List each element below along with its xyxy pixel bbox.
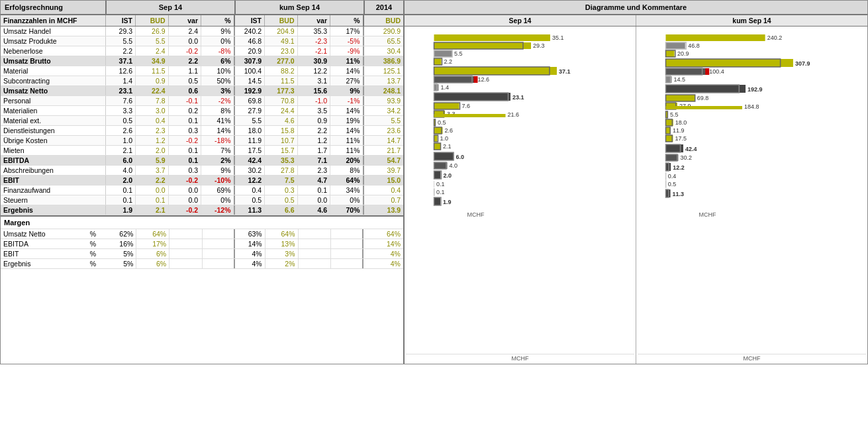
- cell-pct2: 19%: [330, 116, 362, 125]
- svg-rect-5: [434, 50, 453, 57]
- cell-bud2014: 13.9: [364, 205, 403, 215]
- svg-text:192.9: 192.9: [747, 86, 763, 93]
- cell-ist2: 12.2: [235, 176, 265, 185]
- cell-label: Material: [1, 66, 106, 76]
- svg-rect-83: [666, 95, 695, 101]
- cell-label: Ergebnis: [1, 205, 106, 215]
- margen-label: EBIT: [1, 249, 80, 258]
- margen-empty2: [203, 229, 235, 238]
- cell-var: 0.1: [169, 146, 201, 155]
- cell-label: Abschreibungen: [1, 166, 106, 175]
- cell-label: Umsatz Brutto: [1, 56, 106, 66]
- svg-rect-73: [666, 68, 708, 75]
- cell-bud2014: 0.7: [364, 195, 403, 205]
- cell-pct2: 14%: [330, 106, 362, 115]
- svg-rect-14: [434, 76, 476, 83]
- cell-bud2: 23.0: [265, 46, 297, 56]
- svg-text:0.1: 0.1: [436, 189, 445, 195]
- chart-kumsep14-header: kum Sep 14: [636, 15, 867, 26]
- cell-bud2: 4.6: [265, 116, 297, 125]
- svg-rect-50: [434, 171, 441, 179]
- svg-rect-18: [434, 84, 439, 91]
- svg-text:17.5: 17.5: [675, 135, 687, 142]
- cell-ist2: 240.2: [235, 26, 265, 36]
- cell-bud2014: 93.9: [364, 96, 403, 105]
- cell-var2: 1.2: [298, 136, 330, 145]
- svg-text:1.4: 1.4: [441, 84, 450, 91]
- table-row: Subcontracting 1.4 0.9 0.5 50% 14.5 11.5…: [1, 76, 403, 86]
- margen-empty1: [169, 249, 203, 258]
- svg-text:11.3: 11.3: [673, 191, 685, 197]
- cell-bud2014: 125.1: [364, 66, 403, 76]
- svg-rect-56: [434, 189, 435, 195]
- svg-rect-53: [434, 181, 435, 187]
- margen-bud2: 64%: [265, 229, 299, 238]
- svg-text:18.0: 18.0: [675, 119, 687, 126]
- table-row: Übrige Kosten 1.0 1.2 -0.2 -18% 11.9 10.…: [1, 136, 403, 146]
- margen-bud: 6%: [136, 259, 169, 268]
- cell-pct2: -5%: [330, 36, 362, 46]
- cell-bud: 3.0: [136, 106, 168, 115]
- table-row: Materialien 3.3 3.0 0.2 8% 27.9 24.4 3.5…: [1, 106, 403, 116]
- svg-text:0.5: 0.5: [438, 119, 446, 126]
- cell-bud2: 27.8: [265, 166, 297, 175]
- svg-text:6.0: 6.0: [456, 154, 465, 160]
- cell-bud: 1.2: [136, 136, 168, 145]
- cell-bud: 0.4: [136, 116, 168, 125]
- svg-text:37.1: 37.1: [559, 68, 571, 75]
- subheader-ist2: IST: [235, 15, 265, 26]
- cell-pct2: 11%: [330, 56, 362, 66]
- svg-text:12.6: 12.6: [478, 76, 490, 83]
- svg-text:5.5: 5.5: [454, 50, 463, 57]
- cell-ist2: 5.5: [235, 116, 265, 125]
- svg-text:20.9: 20.9: [677, 50, 689, 57]
- cell-var2: 0.0: [298, 195, 330, 205]
- svg-text:0.5: 0.5: [668, 181, 677, 187]
- svg-text:2.1: 2.1: [443, 143, 452, 150]
- svg-text:11.9: 11.9: [673, 127, 685, 134]
- table-row: Material 12.6 11.5 1.1 10% 100.4 88.2 12…: [1, 66, 403, 76]
- chart-sep14-footer: MCHF: [406, 354, 634, 362]
- svg-text:0.4: 0.4: [668, 173, 677, 180]
- cell-bud: 34.9: [136, 56, 168, 66]
- svg-rect-44: [434, 152, 454, 160]
- svg-rect-64: [666, 42, 685, 49]
- table-row: EBITDA 6.0 5.9 0.1 2% 42.4 35.3 7.1 20% …: [1, 156, 403, 166]
- margen-empty2: [203, 249, 235, 258]
- cell-label: Personal: [1, 96, 106, 105]
- cell-ist: 2.1: [106, 146, 136, 155]
- cell-var2: 15.6: [298, 86, 330, 95]
- cell-label: Umsatz Netto: [1, 86, 106, 95]
- svg-text:2.0: 2.0: [444, 172, 452, 179]
- svg-rect-62: [666, 34, 765, 41]
- margen-empty1: [169, 259, 203, 268]
- cell-label: EBITDA: [1, 156, 106, 165]
- subheader-pct2: %: [330, 15, 362, 26]
- cell-bud: 26.9: [136, 26, 168, 36]
- svg-rect-8: [434, 58, 442, 65]
- margen-row: EBIT % 5% 6% 4% 3% 4%: [1, 249, 403, 259]
- svg-text:4.0: 4.0: [450, 162, 458, 169]
- svg-text:7.6: 7.6: [462, 103, 471, 109]
- cell-bud: 2.0: [136, 146, 168, 155]
- cell-var: 0.1: [169, 156, 201, 165]
- cell-pct: -10%: [201, 176, 233, 185]
- margen-label: Umsatz Netto: [1, 229, 80, 238]
- margen-bud2: 2%: [265, 259, 299, 268]
- cell-bud: 7.8: [136, 96, 168, 105]
- cell-bud2014: 65.5: [364, 36, 403, 46]
- cell-var2: 0.9: [298, 116, 330, 125]
- cell-pct: -18%: [201, 136, 233, 145]
- cell-bud: 11.5: [136, 66, 168, 76]
- margen-empty3: [299, 259, 332, 268]
- svg-rect-47: [434, 162, 448, 169]
- margen-empty3: [299, 249, 332, 258]
- cell-ist2: 192.9: [235, 86, 265, 95]
- chart-sep14-header: Sep 14: [405, 15, 636, 26]
- cell-ist2: 18.0: [235, 126, 265, 135]
- cell-var: -0.2: [169, 176, 201, 185]
- cell-bud: 2.1: [136, 205, 168, 215]
- cell-bud: 0.9: [136, 76, 168, 85]
- cell-pct2: 9%: [330, 86, 362, 95]
- margen-ist: 5%: [106, 249, 136, 258]
